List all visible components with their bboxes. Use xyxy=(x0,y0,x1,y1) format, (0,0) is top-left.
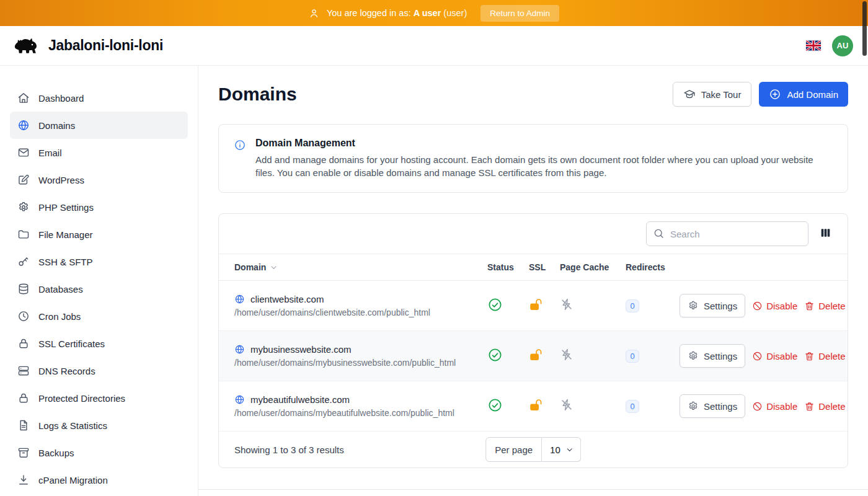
domain-management-info-card: Domain Management Add and manage domains… xyxy=(218,124,848,193)
key-icon xyxy=(17,255,30,268)
delete-button[interactable]: Delete xyxy=(804,301,845,311)
ban-icon xyxy=(752,401,763,412)
actions-cell: Settings Disable Delete xyxy=(680,394,846,418)
table-footer: Showing 1 to 3 of 3 results Per page 10 xyxy=(219,432,848,467)
banner-role: (user) xyxy=(443,8,467,18)
plus-circle-icon xyxy=(769,88,781,100)
redirects-count-badge[interactable]: 0 xyxy=(626,350,639,363)
domain-name[interactable]: mybeautifulwebsite.com xyxy=(250,394,350,405)
redirects-cell: 0 xyxy=(626,350,680,363)
sidebar-item-dns-records[interactable]: DNS Records xyxy=(10,357,188,384)
status-active-icon xyxy=(487,347,503,363)
sidebar-item-file-manager[interactable]: File Manager xyxy=(10,221,188,248)
domain-name[interactable]: clientwebsite.com xyxy=(250,294,324,304)
uk-flag-icon[interactable] xyxy=(806,40,821,51)
user-icon xyxy=(309,8,319,19)
status-cell xyxy=(487,347,529,365)
info-card-description: Add and manage domains for your hosting … xyxy=(255,153,826,179)
table-row: mybusinesswebsite.com /home/user/domains… xyxy=(219,331,848,381)
settings-button[interactable]: Settings xyxy=(680,294,745,317)
add-domain-label: Add Domain xyxy=(787,89,838,100)
gear-icon xyxy=(688,401,699,412)
gear-icon xyxy=(688,350,699,361)
table-row: clientwebsite.com /home/user/domains/cli… xyxy=(219,281,848,331)
ssl-cell xyxy=(529,348,560,365)
page-actions: Take Tour Add Domain xyxy=(673,82,848,107)
scrollbar-thumb[interactable] xyxy=(862,1,867,56)
actions-cell: Settings Disable Delete xyxy=(680,294,846,317)
redirects-count-badge[interactable]: 0 xyxy=(626,299,639,312)
sidebar-item-label: Databases xyxy=(38,284,83,294)
disable-button[interactable]: Disable xyxy=(752,301,797,311)
ban-icon xyxy=(752,301,763,311)
disable-label: Disable xyxy=(766,401,797,412)
sidebar-item-label: Cron Jobs xyxy=(38,311,81,322)
table-header-row: Domain Status SSL Page Cache Redirects xyxy=(219,254,848,281)
take-tour-button[interactable]: Take Tour xyxy=(673,82,752,107)
page-cache-off-icon[interactable] xyxy=(560,298,574,311)
info-icon xyxy=(234,139,246,151)
column-settings-button[interactable] xyxy=(817,224,834,243)
sidebar-item-protected-directories[interactable]: Protected Directories xyxy=(10,384,188,412)
ssl-unlocked-icon[interactable] xyxy=(529,298,543,312)
delete-label: Delete xyxy=(818,351,845,361)
domain-name[interactable]: mybusinesswebsite.com xyxy=(250,344,352,355)
sidebar-item-domains[interactable]: Domains xyxy=(10,112,188,139)
disable-button[interactable]: Disable xyxy=(752,401,797,412)
settings-button[interactable]: Settings xyxy=(680,344,745,368)
ssl-unlocked-icon[interactable] xyxy=(529,348,543,362)
page-cache-cell xyxy=(560,398,626,414)
archive-icon xyxy=(17,446,30,459)
sidebar-item-label: Domains xyxy=(38,120,75,131)
sidebar-item-ssl-certificates[interactable]: SSL Certificates xyxy=(10,330,188,357)
return-to-admin-button[interactable]: Return to Admin xyxy=(480,5,559,22)
sidebar-item-label: PHP Settings xyxy=(38,202,94,213)
pencil-icon xyxy=(17,174,30,186)
sidebar-item-cpanel-migration[interactable]: cPanel Migration xyxy=(10,466,188,494)
column-header-status: Status xyxy=(487,262,529,272)
settings-label: Settings xyxy=(704,401,737,412)
trash-icon xyxy=(804,351,815,361)
lock-icon xyxy=(17,337,30,350)
page-cache-off-icon[interactable] xyxy=(560,398,574,412)
per-page-select[interactable]: 10 xyxy=(542,437,581,462)
settings-label: Settings xyxy=(704,301,737,311)
column-header-domain[interactable]: Domain xyxy=(234,262,487,272)
search-input[interactable] xyxy=(646,221,808,246)
sidebar-item-cron-jobs[interactable]: Cron Jobs xyxy=(10,303,188,330)
sidebar-item-dashboard[interactable]: Dashboard xyxy=(10,84,188,112)
redirects-count-badge[interactable]: 0 xyxy=(626,400,639,413)
delete-button[interactable]: Delete xyxy=(804,401,845,412)
sidebar-item-label: SSL Certificates xyxy=(38,339,105,349)
sidebar-item-logs-statistics[interactable]: Logs & Statistics xyxy=(10,412,188,439)
globe-icon xyxy=(234,294,245,304)
user-avatar[interactable]: AU xyxy=(832,35,853,56)
columns-icon xyxy=(820,227,831,239)
settings-label: Settings xyxy=(704,351,737,361)
settings-button[interactable]: Settings xyxy=(680,394,745,418)
sidebar-item-ssh-sftp[interactable]: SSH & SFTP xyxy=(10,248,188,275)
sidebar-item-php-settings[interactable]: PHP Settings xyxy=(10,193,188,221)
sidebar-item-backups[interactable]: Backups xyxy=(10,439,188,466)
disable-button[interactable]: Disable xyxy=(752,351,797,361)
sidebar-item-databases[interactable]: Databases xyxy=(10,275,188,303)
sidebar-item-wordpress[interactable]: WordPress xyxy=(10,166,188,193)
globe-icon xyxy=(234,344,245,355)
column-header-domain-label: Domain xyxy=(234,262,266,272)
add-domain-button[interactable]: Add Domain xyxy=(759,82,848,107)
domain-cell: mybeautifulwebsite.com /home/user/domain… xyxy=(234,386,487,427)
chevron-down-icon xyxy=(565,445,574,454)
per-page-control: Per page 10 xyxy=(485,437,581,462)
page-cache-off-icon[interactable] xyxy=(560,348,574,361)
column-header-ssl: SSL xyxy=(529,262,560,272)
home-icon xyxy=(17,92,30,104)
sidebar-item-email[interactable]: Email xyxy=(10,139,188,166)
redirects-cell: 0 xyxy=(626,400,680,413)
trash-icon xyxy=(804,301,815,311)
graduation-cap-icon xyxy=(683,88,696,100)
domain-path: /home/user/domains/mybusinesswebsite.com… xyxy=(234,358,487,368)
delete-button[interactable]: Delete xyxy=(804,351,845,361)
layout: Dashboard Domains Email WordPress PHP Se… xyxy=(0,66,868,496)
ssl-cell xyxy=(529,298,560,314)
ssl-unlocked-icon[interactable] xyxy=(529,398,543,412)
